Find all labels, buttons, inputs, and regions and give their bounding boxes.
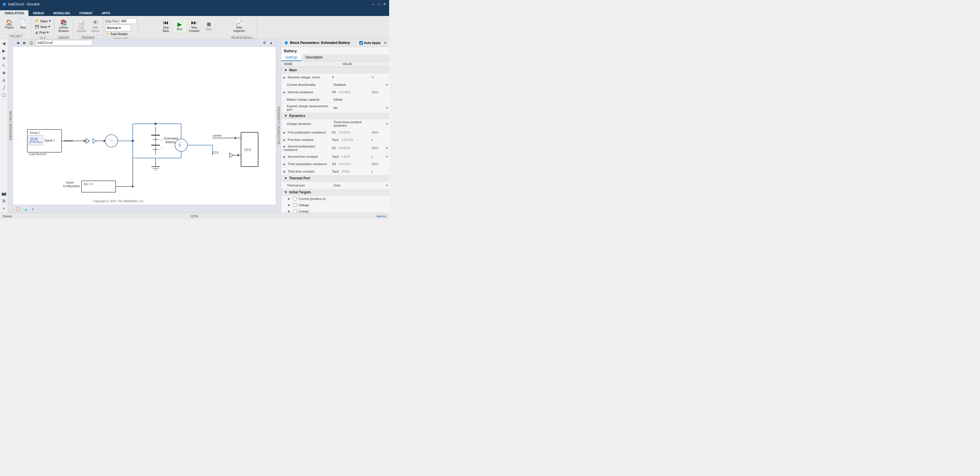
forward-addr-button[interactable]: ▶ xyxy=(22,40,27,46)
nominal-voltage-name: ▶ Nominal voltage, Vnom xyxy=(281,74,330,80)
address-path[interactable]: battCircuit xyxy=(35,40,92,46)
add-viewer-button[interactable]: 👁 AddViewer xyxy=(89,18,102,34)
sidebar-camera-icon[interactable]: 📷 xyxy=(0,190,7,197)
current-direction-dropdown[interactable]: ▾ xyxy=(385,83,389,87)
mode-select[interactable]: Normal ▾ xyxy=(105,24,131,31)
initial-targets-section-header[interactable]: ▼ Initial Targets xyxy=(281,189,389,196)
new-button[interactable]: 📄 New xyxy=(17,18,29,31)
step-forward-button[interactable]: ⏭ StepForward xyxy=(187,18,201,34)
bottom-btn-1[interactable]: 📋 xyxy=(15,206,21,212)
run-button[interactable]: ▶ Run xyxy=(173,20,186,32)
sidebar-toggle-icon[interactable]: ☐ xyxy=(0,92,7,99)
expand-addr-button[interactable]: ▲ xyxy=(268,40,274,46)
thermal-port-value: Omit xyxy=(332,182,370,188)
model-browser-tab[interactable]: Model Browser xyxy=(8,39,13,213)
current-checkbox[interactable] xyxy=(293,197,297,201)
back-button[interactable]: ◀ xyxy=(15,40,21,46)
charge-dynamics-name: Charge dynamics xyxy=(281,121,332,127)
charge-dynamics-dropdown[interactable]: ▾ xyxy=(385,122,389,126)
bp-panel-title: Block Parameters: Estimated Battery xyxy=(290,41,350,45)
data-inspector-button[interactable]: 📈 DataInspector xyxy=(231,18,247,34)
second-time-const-name: ▶ Second time constant xyxy=(281,154,330,160)
block-params-panel: 🔷 Block Parameters: Estimated Battery Au… xyxy=(281,39,389,213)
print-button[interactable]: 🖨 Print ▾ xyxy=(33,30,53,35)
log-signals-button[interactable]: 📊 LogSignals xyxy=(75,18,88,34)
auto-apply-checkbox[interactable] xyxy=(359,41,363,45)
bottom-btn-2[interactable]: 📊 xyxy=(22,206,29,212)
sidebar-zoom-fit-icon[interactable]: ⊕ xyxy=(0,55,7,62)
table-row: Charge dynamics Three time-constant dyna… xyxy=(281,119,389,129)
sidebar-arrow-icon[interactable]: ◀ xyxy=(0,40,7,47)
open-button[interactable]: 📂 Open ▾ xyxy=(33,18,53,24)
sidebar-select-icon[interactable]: ↖ xyxy=(0,62,7,69)
project-button[interactable]: 🏠 Project xyxy=(3,18,16,31)
save-button[interactable]: 💾 Save ▾ xyxy=(33,24,53,29)
svg-text:current: current xyxy=(213,134,221,137)
stop-time-input[interactable] xyxy=(119,18,137,24)
expose-charge-dropdown[interactable]: ▾ xyxy=(385,106,389,110)
canvas-container: ◀ ▶ 🏠 battCircuit ⚙ ▲ Group 1 xyxy=(13,39,276,213)
solver-text[interactable]: daessc xyxy=(376,214,386,218)
auto-apply-group: Auto Apply xyxy=(359,41,380,45)
stop-time-label: Stop Time xyxy=(105,20,118,23)
ribbon-group-project: 🏠 Project 📄 New PROJECT xyxy=(1,17,31,38)
charge-expand[interactable]: ▶ xyxy=(288,209,290,213)
stop-button[interactable]: ⏹ Stop xyxy=(202,20,215,32)
nominal-voltage-expand[interactable]: ▶ xyxy=(283,76,286,79)
table-row: ▶ First time constant Tau1 0.007223 s xyxy=(281,136,389,144)
bp-tab-description[interactable]: Description xyxy=(301,54,326,61)
table-row: ▶ Internal resistance R0 0.014826 Ohm xyxy=(281,88,389,96)
col-name-header: NAME xyxy=(281,61,341,67)
svg-text:CCV: CCV xyxy=(213,151,218,154)
current-expand[interactable]: ▶ xyxy=(288,197,290,200)
voltage-checkbox-label: Voltage xyxy=(299,203,309,207)
voltage-checkbox[interactable] xyxy=(293,203,297,207)
home-addr-button[interactable]: 🏠 xyxy=(29,40,34,46)
library-icon: 📚 xyxy=(60,20,67,26)
battery-charge-name: Battery charge capacity xyxy=(281,97,332,102)
col-value-header: VALUE xyxy=(341,61,389,67)
voltage-checkbox-row: ▶ Voltage xyxy=(281,202,389,208)
voltage-expand[interactable]: ▶ xyxy=(288,203,290,206)
status-text: Ready xyxy=(3,214,12,218)
minimize-button[interactable]: ─ xyxy=(371,2,375,6)
thermal-port-dropdown[interactable]: ▾ xyxy=(385,184,389,187)
expand-bottom-btn[interactable]: » xyxy=(30,206,36,212)
title-bar: 🔷 battCircuit - Simulink ─ □ ✕ xyxy=(0,0,389,8)
simulink-canvas[interactable]: Group 1 Signal 1 Load dcurrent current xyxy=(13,47,276,205)
dynamics-section-header[interactable]: ▼ Dynamics xyxy=(281,113,389,119)
step-back-button[interactable]: ⏮ StepBack xyxy=(159,18,172,34)
main-section-header[interactable]: ▼ Main xyxy=(281,67,389,73)
bp-tab-settings[interactable]: Settings xyxy=(281,54,301,61)
first-time-const-unit: s xyxy=(370,137,385,142)
sidebar-text-icon[interactable]: A xyxy=(0,77,7,84)
svg-text:Copyright (c) 2024, The MathWo: Copyright (c) 2024, The MathWorks, Inc. xyxy=(93,200,144,203)
charge-checkbox[interactable] xyxy=(293,209,297,213)
app-icon: 🔷 xyxy=(2,2,6,6)
close-button[interactable]: ✕ xyxy=(382,2,387,6)
svg-text:Configuration: Configuration xyxy=(63,185,80,188)
tab-format[interactable]: FORMAT xyxy=(75,10,97,16)
tab-apps[interactable]: APPS xyxy=(97,10,115,16)
sidebar-expand-icon[interactable]: » xyxy=(0,205,7,212)
table-row: Battery charge capacity Infinite xyxy=(281,96,389,103)
sidebar-pan-icon[interactable]: ✥ xyxy=(0,70,7,77)
table-row: ▶ Second polarization resistance R2 0.00… xyxy=(281,144,389,153)
sidebar-forward-icon[interactable]: ▶ xyxy=(0,47,7,54)
tab-simulation[interactable]: SIMULATION xyxy=(0,10,29,16)
tab-modeling[interactable]: MODELING xyxy=(49,10,75,16)
internal-resistance-expand[interactable]: ▶ xyxy=(283,91,286,94)
step-back-label: StepBack xyxy=(163,26,169,33)
svg-text:−: − xyxy=(179,148,181,151)
save-icon: 💾 xyxy=(35,25,39,29)
maximize-button[interactable]: □ xyxy=(377,2,381,6)
property-inspector-tab[interactable]: Property Inspector xyxy=(276,39,281,213)
sidebar-line-icon[interactable]: ╱ xyxy=(0,85,7,91)
settings-addr-button[interactable]: ⚙ xyxy=(261,40,267,46)
bp-close-button[interactable]: × xyxy=(384,40,386,45)
tab-debug[interactable]: DEBUG xyxy=(29,10,49,16)
third-polar-res-value: R3 0.011511 xyxy=(330,161,370,167)
library-browser-button[interactable]: 📚 LibraryBrowser xyxy=(56,18,71,34)
thermal-port-section-header[interactable]: ▼ Thermal Port xyxy=(281,175,389,182)
sidebar-table-icon[interactable]: ⊞ xyxy=(0,197,7,204)
